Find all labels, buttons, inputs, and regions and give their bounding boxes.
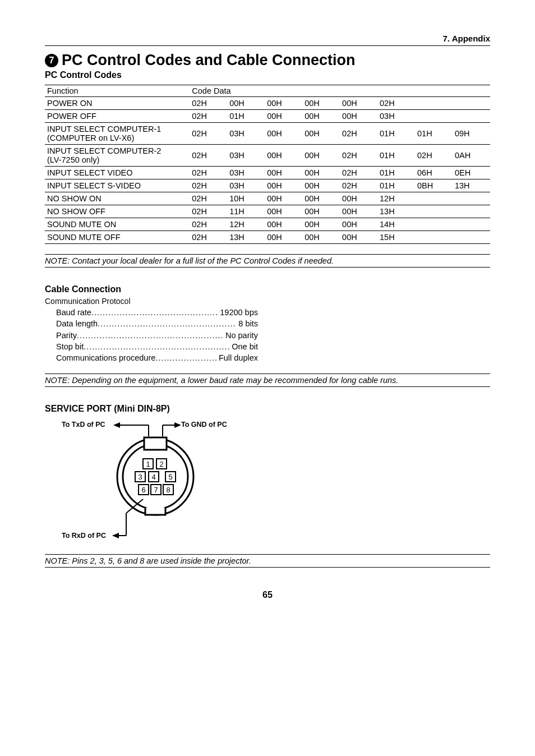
th-code-data: Code Data: [190, 85, 490, 97]
code-cell: [415, 192, 453, 205]
section-title-text: PC Control Codes and Cable Connection: [62, 52, 356, 68]
protocol-dots: [98, 318, 236, 329]
code-cell: 01H: [415, 123, 453, 145]
code-cell: 00H: [265, 179, 302, 192]
func-cell: POWER OFF: [45, 110, 190, 123]
code-cell: [415, 205, 453, 218]
code-cell: [453, 97, 490, 110]
code-cell: 00H: [340, 231, 377, 244]
code-cell: 02H: [190, 218, 227, 231]
code-cell: 00H: [265, 145, 302, 167]
protocol-value: No parity: [223, 330, 258, 341]
svg-text:8: 8: [166, 486, 170, 494]
table-row: NO SHOW OFF02H11H00H00H00H13H: [45, 205, 490, 218]
code-cell: [453, 231, 490, 244]
protocol-value: One bit: [229, 341, 258, 352]
func-cell: NO SHOW OFF: [45, 205, 190, 218]
code-cell: 02H: [190, 145, 227, 167]
code-cell: 00H: [302, 145, 340, 167]
code-cell: 00H: [302, 218, 340, 231]
table-row: POWER ON02H00H00H00H00H02H: [45, 97, 490, 110]
section-number-badge: 7: [45, 54, 58, 67]
label-rxd: To RxD of PC: [62, 532, 106, 540]
protocol-row: Communications procedure Full duplex: [56, 352, 258, 363]
protocol-dots: [91, 307, 218, 318]
code-cell: 02H: [190, 97, 227, 110]
code-cell: 0BH: [415, 179, 453, 192]
code-cell: 03H: [227, 179, 265, 192]
code-cell: 02H: [190, 123, 227, 145]
code-cell: 13H: [453, 179, 490, 192]
func-cell: INPUT SELECT COMPUTER-2(LV-7250 only): [45, 145, 190, 167]
label-gnd: To GND of PC: [181, 421, 227, 428]
code-cell: 06H: [415, 167, 453, 179]
table-row: INPUT SELECT COMPUTER-2(LV-7250 only)02H…: [45, 145, 490, 167]
code-cell: [415, 231, 453, 244]
protocol-dots: [77, 330, 223, 341]
code-cell: 12H: [377, 192, 415, 205]
code-cell: 02H: [190, 167, 227, 179]
code-cell: 00H: [340, 192, 377, 205]
code-cell: 00H: [340, 110, 377, 123]
func-cell: POWER ON: [45, 97, 190, 110]
protocol-list: Baud rate 19200 bpsData length 8 bitsPar…: [56, 307, 490, 363]
table-row: SOUND MUTE OFF02H13H00H00H00H15H: [45, 231, 490, 244]
code-cell: 02H: [340, 145, 377, 167]
code-cell: 00H: [265, 123, 302, 145]
label-txd: To TxD of PC: [62, 421, 105, 428]
svg-rect-10: [144, 437, 167, 450]
code-cell: 00H: [265, 192, 302, 205]
code-cell: 02H: [190, 110, 227, 123]
code-cell: [453, 205, 490, 218]
code-cell: 14H: [377, 218, 415, 231]
svg-text:3: 3: [138, 473, 142, 481]
code-cell: 02H: [190, 179, 227, 192]
code-cell: [415, 97, 453, 110]
code-cell: 01H: [227, 110, 265, 123]
protocol-value: 8 bits: [236, 318, 258, 329]
svg-text:4: 4: [151, 473, 155, 481]
code-cell: 00H: [302, 192, 340, 205]
appendix-header: 7. Appendix: [45, 34, 490, 46]
code-cell: [453, 110, 490, 123]
code-cell: 02H: [340, 167, 377, 179]
cable-connection-heading: Cable Connection: [45, 284, 490, 294]
section-title: 7PC Control Codes and Cable Connection: [45, 52, 490, 69]
svg-text:6: 6: [141, 486, 145, 494]
code-cell: 03H: [377, 110, 415, 123]
code-cell: 00H: [302, 205, 340, 218]
code-cell: 0EH: [453, 167, 490, 179]
code-cell: 13H: [377, 205, 415, 218]
code-cell: [453, 192, 490, 205]
code-cell: 00H: [265, 218, 302, 231]
table-row: POWER OFF02H01H00H00H00H03H: [45, 110, 490, 123]
svg-text:2: 2: [159, 460, 163, 468]
code-cell: 00H: [265, 205, 302, 218]
service-note: NOTE: Pins 2, 3, 5, 6 and 8 are used ins…: [45, 554, 490, 568]
protocol-dots: [84, 341, 229, 352]
code-cell: [415, 110, 453, 123]
table-row: NO SHOW ON02H10H00H00H00H12H: [45, 192, 490, 205]
code-cell: 02H: [340, 179, 377, 192]
func-cell: SOUND MUTE OFF: [45, 231, 190, 244]
svg-text:1: 1: [146, 460, 150, 468]
table-row: INPUT SELECT COMPUTER-1(COMPUTER on LV-X…: [45, 123, 490, 145]
code-cell: 03H: [227, 145, 265, 167]
code-cell: 00H: [265, 167, 302, 179]
code-cell: 00H: [340, 205, 377, 218]
protocol-row: Baud rate 19200 bps: [56, 307, 258, 318]
pc-control-codes-heading: PC Control Codes: [45, 70, 490, 80]
code-cell: 15H: [377, 231, 415, 244]
codes-table: Function Code Data POWER ON02H00H00H00H0…: [45, 85, 490, 244]
protocol-value: 19200 bps: [218, 307, 258, 318]
protocol-label: Parity: [56, 330, 77, 341]
code-cell: 02H: [190, 205, 227, 218]
code-cell: 01H: [377, 167, 415, 179]
code-cell: 00H: [302, 231, 340, 244]
code-cell: 13H: [227, 231, 265, 244]
code-cell: 01H: [377, 145, 415, 167]
code-cell: 00H: [227, 97, 265, 110]
code-cell: 03H: [227, 167, 265, 179]
code-cell: 02H: [340, 123, 377, 145]
code-cell: 09H: [453, 123, 490, 145]
